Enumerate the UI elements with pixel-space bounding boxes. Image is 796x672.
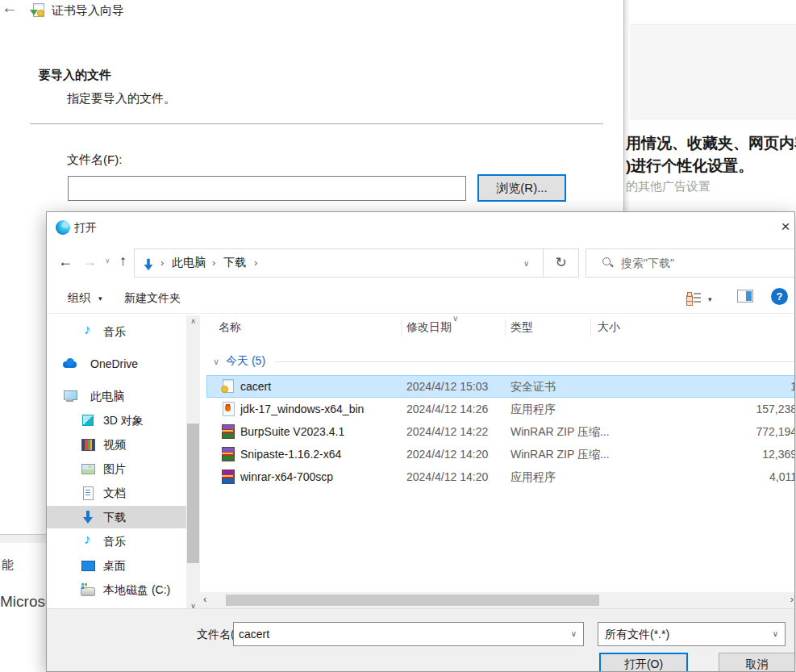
help-icon[interactable]: ? <box>771 288 788 305</box>
view-mode-icon[interactable] <box>687 291 701 303</box>
wizard-title: 证书导入向导 <box>52 3 124 19</box>
file-row-winrar-x64-700scp[interactable]: winrar-x64-700scp2024/4/12 14:20应用程序4,01… <box>206 465 795 488</box>
sidebar-item-pictures[interactable]: 图片 <box>47 457 186 480</box>
filetype-combobox[interactable]: 所有文件(*.*) ∨ <box>598 622 786 646</box>
nav-history-chevron-icon[interactable]: ∨ <box>105 257 110 265</box>
column-separator[interactable] <box>505 319 506 336</box>
wizard-section-description: 指定要导入的文件。 <box>67 91 176 106</box>
cancel-button[interactable]: 取消 <box>719 653 795 672</box>
filename-dropdown-icon[interactable]: ∨ <box>571 629 577 638</box>
scroll-right-icon[interactable]: › <box>790 593 794 605</box>
sidebar-item-music[interactable]: 音乐 <box>47 320 186 343</box>
cube-icon <box>81 413 95 428</box>
view-mode-dropdown-icon[interactable]: ▾ <box>708 295 712 303</box>
refresh-icon: ↻ <box>555 255 566 270</box>
group-header-today[interactable]: ∨ 今天 (5) <box>200 353 795 370</box>
scrollbar-up-icon[interactable]: ∧ <box>186 317 200 325</box>
column-header-size[interactable]: 大小 <box>598 320 620 335</box>
green-arrow-icon <box>30 10 38 15</box>
file-size: 772,194 <box>682 425 795 438</box>
file-date: 2024/4/12 14:22 <box>406 425 488 438</box>
sidebar-item-this-pc[interactable]: 此电脑 <box>47 385 186 407</box>
download-icon <box>81 510 95 524</box>
sidebar-item-documents[interactable]: 文档 <box>47 482 186 504</box>
address-dropdown-icon[interactable]: ∨ <box>523 259 529 268</box>
file-name: jdk-17_windows-x64_bin <box>240 403 364 415</box>
file-list-area: 名称 ∨ 修改日期 类型 大小 ∨ 今天 (5) cacert2024/4/12… <box>200 315 795 592</box>
filetype-dropdown-icon[interactable]: ∨ <box>773 629 778 638</box>
sidebar-item-label: 文档 <box>103 486 126 501</box>
rar-file-icon <box>221 424 235 438</box>
sidebar-item-label: 图片 <box>103 462 126 477</box>
music-icon <box>81 534 95 549</box>
preview-pane-icon[interactable] <box>737 290 753 303</box>
file-size: 1 <box>682 380 795 393</box>
sidebar-item-label: 此电脑 <box>90 390 124 404</box>
wizard-back-arrow-icon[interactable]: ← <box>2 0 18 17</box>
sidebar-item-3d-objects[interactable]: 3D 对象 <box>47 409 186 432</box>
sidebar-item-local-disk-c[interactable]: 本地磁盘 (C:) <box>47 578 186 601</box>
browse-button[interactable]: 浏览(R)... <box>477 174 566 202</box>
nav-forward-icon: → <box>82 253 97 270</box>
file-row-jdk-17_windows-x64_bin[interactable]: jdk-17_windows-x64_bin2024/4/12 14:26应用程… <box>206 398 795 420</box>
column-header-name[interactable]: 名称 <box>219 320 241 335</box>
nav-back-icon[interactable]: ← <box>58 253 73 270</box>
sidebar-item-label: 音乐 <box>103 325 126 340</box>
file-row-cacert[interactable]: cacert2024/4/12 15:03安全证书1 <box>206 375 795 398</box>
horizontal-scrollbar-thumb[interactable] <box>226 595 599 606</box>
scroll-left-icon[interactable]: ‹ <box>203 593 206 605</box>
music-icon <box>81 324 95 339</box>
wizard-filename-input[interactable] <box>68 176 466 201</box>
file-date: 2024/4/12 15:03 <box>406 380 488 393</box>
dialog-title: 打开 <box>74 221 97 236</box>
sidebar-item-desktop[interactable]: 桌面 <box>47 554 186 577</box>
breadcrumb-separator: › <box>212 257 215 269</box>
settings-background-card <box>630 24 796 119</box>
address-bar[interactable]: › 此电脑 › 下载 › ∨ <box>134 248 544 278</box>
breadcrumb-this-pc[interactable]: 此电脑 <box>172 256 206 270</box>
file-size: 157,238 <box>682 403 795 415</box>
downloads-folder-icon <box>142 258 155 271</box>
pictures-icon <box>81 461 95 476</box>
rar-file-icon <box>221 447 235 461</box>
column-header-date[interactable]: 修改日期 <box>406 320 452 335</box>
search-input[interactable] <box>621 253 789 273</box>
sidebar-item-videos[interactable]: 视频 <box>47 433 186 456</box>
documents-icon <box>81 486 95 500</box>
horizontal-scrollbar[interactable]: ‹ › <box>200 592 795 608</box>
sidebar-scrollbar-thumb[interactable] <box>187 424 199 563</box>
breadcrumb-downloads[interactable]: 下载 <box>223 256 246 270</box>
group-collapse-icon[interactable]: ∨ <box>213 357 219 367</box>
close-icon[interactable]: × <box>775 216 795 237</box>
computer-icon <box>63 389 77 403</box>
sidebar-item-downloads[interactable]: 下载 <box>47 506 186 528</box>
rarsfx-file-icon <box>221 470 235 483</box>
filename-input[interactable] <box>239 625 561 643</box>
screen: ← 证书导入向导 要导入的文件 指定要导入的文件。 文件名(F): 浏览(R).… <box>0 0 796 672</box>
file-type: 应用程序 <box>511 470 556 485</box>
nav-up-icon[interactable]: ↑ <box>119 253 127 269</box>
desktop-icon <box>81 558 95 573</box>
file-row-Snipaste-1.16.2-x64[interactable]: Snipaste-1.16.2-x642024/4/12 14:20WinRAR… <box>206 443 795 465</box>
filename-combobox[interactable]: ∨ <box>233 622 584 646</box>
column-separator[interactable] <box>590 319 591 336</box>
column-separator[interactable] <box>401 319 402 336</box>
sidebar-item-music-2[interactable]: 音乐 <box>47 530 186 553</box>
column-header-type[interactable]: 类型 <box>511 320 533 335</box>
organize-dropdown-icon[interactable]: ▾ <box>98 294 102 303</box>
file-date: 2024/4/12 14:26 <box>406 403 488 415</box>
sort-chevron-icon: ∨ <box>452 315 458 323</box>
refresh-button[interactable]: ↻ <box>544 248 579 278</box>
search-box[interactable] <box>586 248 795 278</box>
file-type: 安全证书 <box>511 380 556 394</box>
new-folder-button[interactable]: 新建文件夹 <box>124 291 181 306</box>
file-type: 应用程序 <box>511 403 556 417</box>
file-name: winrar-x64-700scp <box>240 470 333 483</box>
open-button[interactable]: 打开(O) <box>599 653 688 672</box>
file-row-BurpSuite V2023.4.1[interactable]: BurpSuite V2023.4.12024/4/12 14:22WinRAR… <box>206 420 795 443</box>
group-label: 今天 (5) <box>226 354 265 369</box>
file-date: 2024/4/12 14:20 <box>406 470 488 483</box>
sidebar-scrollbar[interactable]: ∧ ∨ <box>186 315 200 611</box>
sidebar-item-onedrive[interactable]: OneDrive <box>47 353 186 375</box>
organize-button[interactable]: 组织 <box>68 291 90 306</box>
